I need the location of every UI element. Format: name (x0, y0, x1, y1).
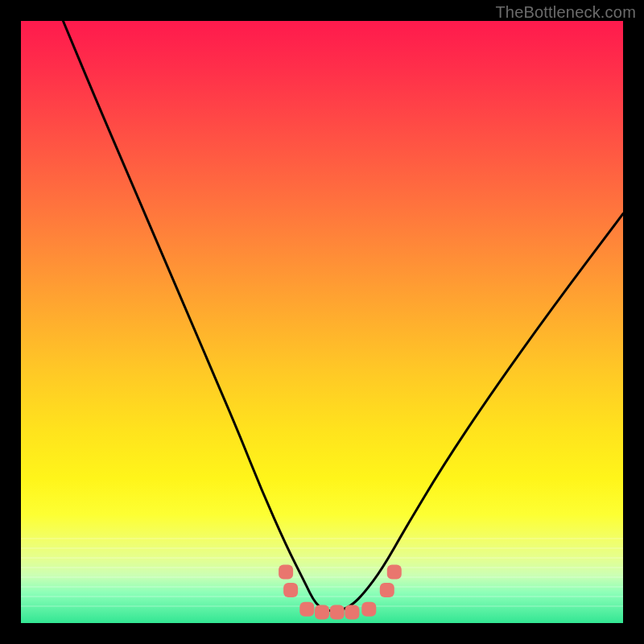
curve-marker (387, 564, 402, 579)
watermark-text: TheBottleneck.com (495, 3, 636, 22)
bottleneck-curve (63, 21, 623, 611)
curve-marker (283, 583, 298, 597)
curve-marker (279, 564, 293, 579)
chart-frame: TheBottleneck.com (0, 0, 644, 644)
bottleneck-curve-path (63, 21, 623, 611)
curve-marker (330, 605, 345, 620)
curve-marker (345, 605, 359, 620)
curve-markers (279, 564, 402, 619)
curve-marker (380, 583, 394, 597)
curve-marker (315, 605, 329, 620)
curve-layer (21, 21, 623, 623)
plot-area (21, 21, 623, 623)
curve-marker (361, 602, 376, 617)
curve-marker (299, 602, 314, 617)
